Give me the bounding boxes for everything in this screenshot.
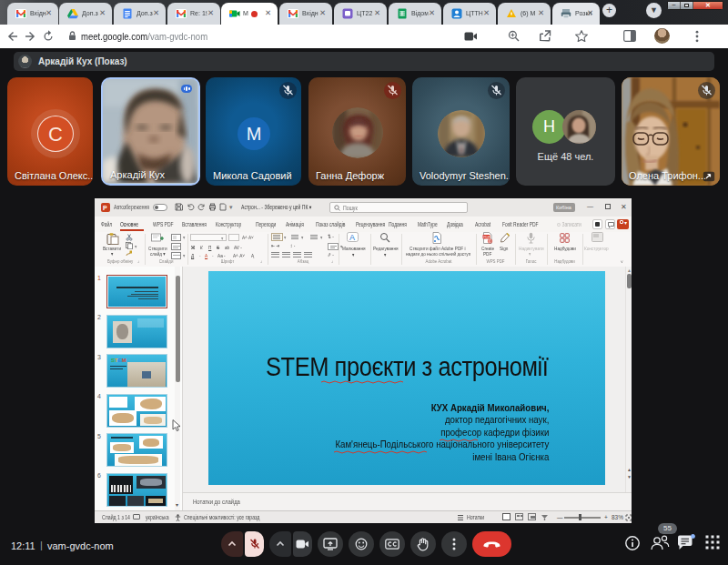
svg-text:PDF: PDF [483,236,490,239]
svg-text:A: A [349,233,355,242]
